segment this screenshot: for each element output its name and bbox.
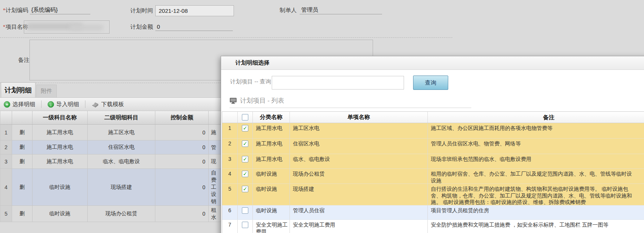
item-cell: 管理人员住宿 [290,205,428,219]
delete-link[interactable]: 删 [12,140,33,154]
level2-header: 二级明细科目 [88,111,156,124]
row-index: 5 [222,184,238,205]
row-checkbox[interactable]: ✓ [242,140,248,147]
row-index: 1 [0,125,12,140]
list-item[interactable]: 4 ✓ 临时设施 现场办公租赁 租用的临时宿舍、仓库、办公室、加工厂以及规定范围… [222,169,644,184]
search-label: 计划项目 -- 查询 [230,78,271,85]
tab-plan-detail[interactable]: 计划明细 [1,82,36,97]
level2-cell: 住宿区水电 [88,140,156,154]
row-index: 7 [222,220,238,233]
delete-link[interactable]: 删 [12,169,33,205]
list-item[interactable]: 6 临时设施 管理人员住宿 项目管理人员租赁的住房 [222,205,644,220]
arrow-down-icon: ↓ [48,101,54,108]
plan-item-select-table: 分类名称 单项名称 备注 1 ✓ 施工用水电 施工区水电 施工区域、办公区因施工… [222,111,644,233]
row-checkbox[interactable]: ✓ [242,125,248,131]
form-divider [0,37,452,38]
amount-cell: 0 [155,125,209,140]
select-all-checkbox[interactable] [242,114,248,120]
search-button[interactable]: 查询 [413,76,448,90]
row-checkbox[interactable] [242,222,248,228]
row-checkbox[interactable]: ✓ [242,186,248,192]
row-checkbox[interactable] [242,207,248,214]
row-index: 3 [0,154,12,168]
category-cell: 施工用水电 [253,154,290,168]
import-detail-button[interactable]: ↓ 导入明细 [48,101,79,108]
toolbar-divider [85,100,85,108]
list-item[interactable]: 1 ✓ 施工用水电 施工区水电 施工区域、办公区因施工而耗用的各项水电物管费等 [222,123,644,139]
list-item[interactable]: 3 ✓ 施工用水电 临水、临电敷设 现场非班组承包范围的临水、临电敷设费用 [222,154,644,169]
list-item[interactable]: 2 ✓ 施工用水电 住宿区水电 管理人员住宿区水电、物管费、网络等 [222,139,644,154]
list-item[interactable]: 7 安全文明施工费用 安全文明施工费用 安全防护措施费和文明施工措施费 ，如安全… [222,220,644,233]
level1-cell: 临时设施 [33,206,88,222]
remark-cell: 自行搭设的生活和生产用的临时建筑物、构筑物和其他临时设施费用等。 临时设施包 舍… [428,184,644,205]
remark-cell: 管理人员住宿区水电、物管费、网络等 [428,139,644,154]
select-all-cell [238,112,253,123]
category-cell: 安全文明施工费用 [253,220,290,233]
category-header: 分类名称 [253,112,290,123]
amount-cell: 0 [155,140,209,154]
item-cell: 住宿区水电 [290,139,428,154]
level1-cell: 施工用水电 [33,140,88,154]
select-table-header: 分类名称 单项名称 备注 [222,112,644,123]
plan-time-label: 计划时间 [130,7,153,14]
delete-link[interactable]: 删 [12,125,33,140]
search-input[interactable] [272,76,404,89]
row-index: 5 [0,206,12,222]
row-index: 6 [222,205,238,219]
remark-cell: 安全防护措施费和文明施工措施费 ，如安全标示标牌、工地围栏 五牌一图等 [428,220,644,233]
amount-cell: 0 [155,206,209,222]
tab-attachment[interactable]: 附件 [36,85,57,97]
creator-field: 制单人 [280,6,382,14]
level1-cell: 临时设施 [33,169,88,205]
delete-link[interactable]: 删 [12,154,33,168]
row-index: 1 [222,123,238,138]
remark-label: 备注 [18,57,29,64]
remark-header: 备注 [428,112,644,123]
monitor-icon [229,97,237,104]
plan-time-input[interactable] [155,5,234,16]
category-cell: 临时设施 [253,169,290,184]
plan-code-label: *计划编码 [3,7,28,14]
checkbox-cell: ✓ [238,154,253,168]
project-name-input[interactable] [24,20,110,34]
plan-detail-select-dialog: 计划明细选择 计划项目 -- 查询 查询 计划项目 - 列表 分类名称 单项名称 [221,56,644,233]
download-template-button[interactable]: 下载模板 [91,101,124,108]
dialog-titlebar[interactable]: 计划明细选择 [221,56,644,70]
plan-amount-label: 计划金额 [130,23,153,31]
amount-cell: 0 [155,154,209,168]
plus-icon: + [4,101,10,108]
level2-cell: 现场办公租赁 [88,206,156,222]
toolbar-divider [41,100,42,108]
remark-cell: 现场非班组承包范围的临水、临电敷设费用 [428,154,644,168]
level2-cell: 临水、临电敷设 [88,154,156,168]
checkbox-cell: ✓ [238,184,253,205]
app-window: *计划编码 计划时间 制单人 *项目名称 计划金额 备注 计划明细 附件 + 选… [0,0,644,233]
remark-cell: 项目管理人员租赁的住房 [428,205,644,219]
checkbox-cell [238,205,253,219]
search-bar: 计划项目 -- 查询 查询 [221,70,644,96]
level2-cell: 施工区水电 [88,125,156,140]
creator-input[interactable] [300,6,382,14]
list-title: 计划项目 - 列表 [229,96,284,105]
item-cell: 现场办公租赁 [290,169,428,184]
item-cell: 安全文明施工费用 [290,220,428,233]
category-cell: 施工用水电 [253,123,290,138]
row-checkbox[interactable]: ✓ [242,171,248,177]
plan-amount-input[interactable] [155,23,233,31]
select-detail-button[interactable]: + 选择明细 [4,101,35,108]
row-checkbox[interactable]: ✓ [242,156,248,162]
plan-amount-field: 计划金额 [130,23,233,31]
remark-cell: 租用的临时宿舍、仓库、办公室、加工厂以及规定范围内道路、水、电、管线等临时设 设… [428,169,644,184]
list-item[interactable]: 5 ✓ 临时设施 现场搭建 自行搭设的生活和生产用的临时建筑物、构筑物和其他临时… [222,184,644,205]
amount-header: 控制金额 [155,111,209,124]
item-cell: 施工区水电 [290,123,428,138]
delete-link[interactable]: 删 [12,206,33,222]
creator-label: 制单人 [280,7,297,14]
row-index: 4 [0,169,12,205]
row-index: 2 [222,139,238,154]
item-cell: 临水、临电敷设 [290,154,428,168]
checkbox-cell: ✓ [238,123,253,138]
plan-time-field: 计划时间 [130,5,234,16]
category-cell: 施工用水电 [253,139,290,154]
plan-code-input[interactable] [30,6,90,14]
